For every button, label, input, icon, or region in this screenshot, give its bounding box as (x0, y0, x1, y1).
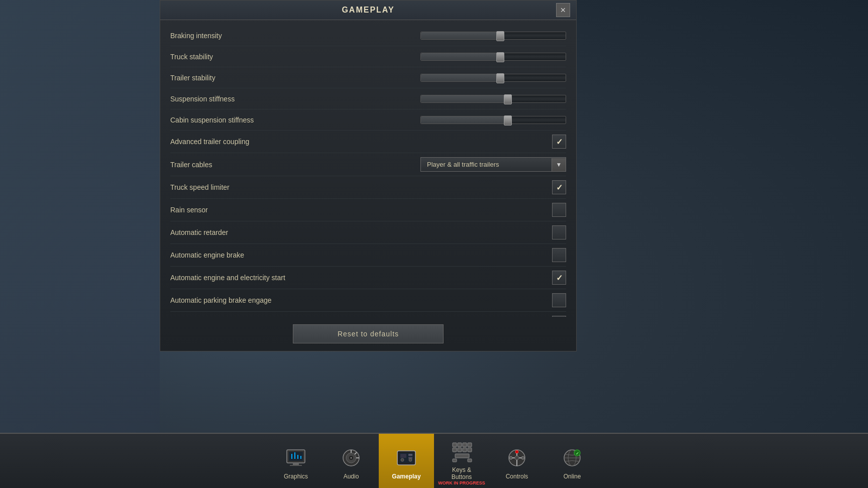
setting-row-suspension-stiffness: Suspension stiffness (170, 88, 566, 109)
svg-point-35 (509, 456, 512, 459)
control-auto-engine-electricity[interactable] (552, 271, 566, 285)
slider-thumb[interactable] (496, 73, 504, 83)
nav-item-gameplay[interactable]: Gameplay (379, 434, 434, 488)
control-automatic-engine-brake[interactable] (552, 248, 566, 262)
slider-thumb[interactable] (504, 115, 512, 126)
nav-item-controls[interactable]: Controls (489, 434, 545, 488)
dropdown-trailer-cables-value: Player & all traffic trailers (421, 158, 552, 171)
svg-rect-30 (455, 454, 469, 458)
dropdown-trailer-cables[interactable]: Player & all traffic trailers ▼ (420, 157, 566, 172)
checkbox-parking-brake[interactable] (552, 293, 566, 307)
setting-row-automatic-engine-brake: Automatic engine brake (170, 244, 566, 267)
gameplay-dialog: GAMEPLAY ✕ Braking intensity Truck stabi… (160, 0, 577, 351)
svg-rect-26 (458, 448, 462, 452)
nav-label-audio: Audio (344, 473, 359, 480)
dropdown-trailer-cables-arrow[interactable]: ▼ (552, 158, 566, 171)
control-trailer-cables[interactable]: Player & all traffic trailers ▼ (420, 157, 566, 172)
slider-cabin-suspension[interactable] (420, 116, 566, 124)
control-advanced-trailer-coupling[interactable] (552, 135, 566, 149)
svg-rect-18 (408, 454, 412, 456)
slider-fill (421, 53, 500, 60)
close-button[interactable]: ✕ (556, 3, 570, 17)
nav-label-gameplay: Gameplay (392, 473, 420, 480)
left-panel-bg (0, 0, 160, 488)
slider-suspension-stiffness[interactable] (420, 95, 566, 103)
control-automatic-retarder[interactable] (552, 225, 566, 239)
control-truck-speed-limiter[interactable] (552, 180, 566, 194)
setting-row-trailer-stability: Trailer stability (170, 67, 566, 88)
svg-rect-32 (468, 459, 472, 462)
setting-label-cabin-suspension: Cabin suspension stiffness (170, 116, 254, 124)
slider-track[interactable] (420, 32, 566, 40)
slider-track[interactable] (420, 53, 566, 61)
checkbox-automatic-engine-brake[interactable] (552, 248, 566, 262)
svg-rect-25 (453, 448, 457, 452)
svg-rect-24 (463, 443, 467, 447)
nav-label-controls: Controls (506, 473, 528, 480)
svg-text:✓: ✓ (576, 451, 579, 456)
dialog-footer: Reset to defaults (160, 317, 576, 351)
slider-thumb[interactable] (496, 52, 504, 62)
nav-item-graphics[interactable]: Graphics (268, 434, 323, 488)
setting-label-parking-brake: Automatic parking brake engage (170, 296, 272, 304)
setting-row-automatic-retarder: Automatic retarder (170, 221, 566, 244)
slider-thumb[interactable] (496, 31, 504, 41)
checkbox-truck-speed-limiter[interactable] (552, 180, 566, 194)
controls-icon (504, 445, 530, 471)
svg-point-21 (409, 458, 412, 461)
dialog-title: GAMEPLAY (342, 6, 394, 15)
setting-row-liftable-axles: Automatic drop of liftable axles (170, 312, 566, 317)
checkbox-automatic-retarder[interactable] (552, 225, 566, 239)
audio-icon (338, 445, 364, 471)
slider-trailer-stability[interactable] (420, 74, 566, 82)
gameplay-icon (393, 445, 419, 471)
nav-item-keys[interactable]: Keys &Buttons WORK IN PROGRESS (434, 434, 489, 488)
reset-button[interactable]: Reset to defaults (293, 324, 444, 343)
slider-track[interactable] (420, 95, 566, 103)
checkbox-auto-engine-electricity[interactable] (552, 271, 566, 285)
checkbox-advanced-trailer-coupling[interactable] (552, 135, 566, 149)
setting-row-trailer-cables: Trailer cables Player & all traffic trai… (170, 153, 566, 176)
svg-rect-31 (453, 459, 457, 462)
control-parking-brake[interactable] (552, 293, 566, 307)
setting-label-trailer-stability: Trailer stability (170, 74, 215, 82)
svg-rect-29 (468, 448, 472, 452)
setting-label-braking-intensity: Braking intensity (170, 32, 222, 40)
nav-item-online[interactable]: ✓ Online (545, 434, 600, 488)
svg-point-40 (515, 456, 519, 460)
setting-label-suspension-stiffness: Suspension stiffness (170, 95, 235, 103)
setting-row-truck-speed-limiter: Truck speed limiter (170, 176, 566, 199)
setting-row-advanced-trailer-coupling: Advanced trailer coupling (170, 131, 566, 153)
slider-truck-stability[interactable] (420, 53, 566, 61)
checkbox-rain-sensor[interactable] (552, 203, 566, 217)
nav-item-audio[interactable]: Audio (323, 434, 379, 488)
svg-rect-7 (290, 465, 302, 466)
setting-label-rain-sensor: Rain sensor (170, 206, 208, 214)
control-rain-sensor[interactable] (552, 203, 566, 217)
setting-row-braking-intensity: Braking intensity (170, 25, 566, 46)
setting-label-automatic-retarder: Automatic retarder (170, 228, 228, 236)
svg-rect-27 (463, 448, 467, 452)
setting-row-truck-stability: Truck stability (170, 46, 566, 67)
nav-sublabel-keys: WORK IN PROGRESS (438, 480, 485, 485)
slider-track[interactable] (420, 116, 566, 124)
setting-row-auto-engine-electricity: Automatic engine and electricity start (170, 267, 566, 289)
setting-label-automatic-engine-brake: Automatic engine brake (170, 251, 244, 259)
settings-content[interactable]: Braking intensity Truck stability Traile… (160, 20, 576, 317)
slider-track[interactable] (420, 74, 566, 82)
svg-rect-17 (400, 454, 406, 458)
slider-thumb[interactable] (504, 94, 512, 104)
setting-label-advanced-trailer-coupling: Advanced trailer coupling (170, 138, 249, 146)
setting-label-trailer-cables: Trailer cables (170, 161, 212, 169)
nav-bar: Graphics Audio (0, 433, 868, 488)
svg-rect-28 (468, 443, 472, 447)
nav-label-keys: Keys &Buttons (452, 466, 472, 480)
svg-point-11 (351, 457, 352, 458)
slider-braking-intensity[interactable] (420, 32, 566, 40)
graphics-icon (283, 445, 309, 471)
slider-fill (421, 32, 500, 39)
dialog-header: GAMEPLAY ✕ (160, 1, 576, 20)
setting-label-truck-stability: Truck stability (170, 53, 213, 61)
nav-label-graphics: Graphics (284, 473, 308, 480)
svg-rect-22 (453, 443, 457, 447)
